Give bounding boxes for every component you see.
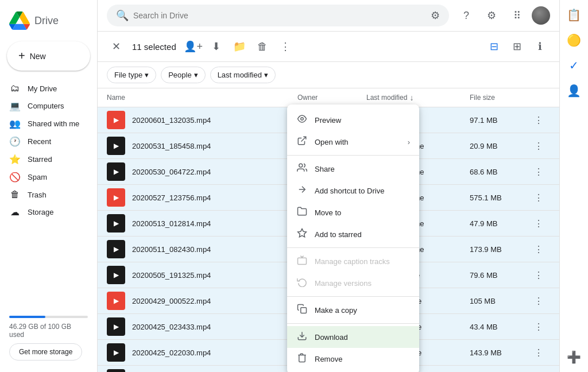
move-to-button[interactable]: 📁 [229,36,250,57]
file-more-button[interactable]: ⋮ [531,319,547,335]
menu-item-move_to[interactable]: Move to [287,202,419,223]
sidebar-item-computers[interactable]: 💻 Computers [0,97,90,115]
shared-icon: 👥 [9,118,21,129]
filter-view-button[interactable]: ⊟ [483,36,504,57]
file-more-button[interactable]: ⋮ [531,344,547,361]
menu-item-make_copy[interactable]: Make a copy [287,299,419,321]
column-modified[interactable]: Last modified ↓ [366,93,470,102]
download-button[interactable]: ⬇ [206,36,227,57]
add_shortcut-icon [296,184,308,197]
menu-item-remove[interactable]: Remove [287,348,419,370]
toolbar-right: ⊟ ⊞ ℹ [483,36,550,57]
file-thumbnail: ▶ [107,162,125,181]
logo-area[interactable]: Drive [0,5,97,37]
file-name: 20200527_123756.mp4 [132,193,297,202]
file-size: 575.1 MB [470,193,527,202]
file-name: 20200601_132035.mp4 [132,116,297,125]
column-name: Name [107,94,297,102]
column-size: File size [470,94,527,102]
sidebar-item-my-drive[interactable]: 🗂 My Drive [0,80,90,97]
file-size: 105 MB [470,297,527,305]
menu-item-label: Download [315,333,348,342]
file-size: 20.9 MB [470,142,527,150]
settings-button[interactable]: ⚙ [481,5,502,26]
svg-line-1 [301,137,306,141]
file-more-button[interactable]: ⋮ [531,112,547,128]
file-more-button[interactable]: ⋮ [531,293,547,309]
help-button[interactable]: ? [456,5,477,26]
menu-item-add_starred[interactable]: Add to starred [287,223,419,245]
right-panel-keep-button[interactable]: 🟡 [564,30,585,51]
file-actions: ⋮ [527,319,550,335]
user-avatar[interactable] [532,6,550,25]
trash-icon: 🗑 [9,189,21,200]
filter-options-icon[interactable]: ⚙ [431,9,440,22]
right-panel-tasks-button[interactable]: ✓ [564,55,585,76]
file-size: 47.9 MB [470,219,527,228]
file-name: 20200531_185458.mp4 [132,142,297,150]
file-thumbnail: ▶ [107,240,125,258]
file-more-button[interactable]: ⋮ [531,215,547,231]
menu-item-label: Remove [315,355,342,363]
menu-item-manage_captions: Manage caption tracks [287,250,419,272]
sidebar-item-starred[interactable]: ⭐ Starred [0,150,90,168]
file-more-button[interactable]: ⋮ [531,164,547,180]
svg-rect-4 [298,258,307,264]
menu-item-add_shortcut[interactable]: Add shortcut to Drive [287,180,419,202]
people-filter[interactable]: People ▾ [161,67,205,83]
right-panel-add-button[interactable]: ➕ [564,347,585,367]
file-more-button[interactable]: ⋮ [531,138,547,154]
starred-icon: ⭐ [9,154,21,165]
menu-item-manage_versions: Manage versions [287,272,419,294]
sidebar-item-shared-with-me[interactable]: 👥 Shared with me [0,115,90,133]
sidebar-item-spam[interactable]: 🚫 Spam [0,168,90,186]
file-actions: ⋮ [527,241,550,257]
search-bar[interactable]: 🔍 ⚙ [107,5,449,26]
selection-toolbar: ✕ 11 selected 👤+ ⬇ 📁 🗑 ⋮ ⊟ ⊞ ℹ [98,32,559,62]
grid-view-button[interactable]: ⊞ [506,36,527,57]
file-thumbnail: ▶ [107,111,125,129]
add-people-button[interactable]: 👤+ [183,36,204,57]
open_with-icon [296,135,308,148]
menu-item-open_with[interactable]: Open with › [287,131,419,153]
file-thumbnail: ▶ [107,137,125,155]
menu-item-label: Preview [315,116,341,125]
svg-point-0 [301,118,304,121]
sidebar-item-trash[interactable]: 🗑 Trash [0,186,90,203]
file-size: 143.9 MB [470,348,527,357]
storage-section: 46.29 GB of 100 GB used Get more storage [0,304,97,367]
deselect-button[interactable]: ✕ [107,37,125,56]
info-button[interactable]: ℹ [529,36,550,57]
get-more-storage-button[interactable]: Get more storage [9,343,82,361]
file-name: 20200511_082430.mp4 [132,245,297,254]
menu-item-label: Manage caption tracks [315,257,390,266]
sidebar-item-label: Shared with me [28,119,79,128]
svg-rect-5 [301,308,307,313]
menu-item-download[interactable]: Download [287,326,419,348]
menu-item-label: Open with [315,138,349,146]
menu-item-share[interactable]: Share [287,158,419,180]
sidebar-item-storage[interactable]: ☁ Storage [0,203,90,221]
file-size: 97.1 MB [470,116,527,125]
right-panel-contacts-button[interactable]: 👤 [564,80,585,101]
storage-used-text: 46.29 GB of 100 GB used [9,323,88,339]
computers-icon: 💻 [9,100,21,111]
file-thumbnail: ▶ [107,343,125,362]
file-type-label: File type [114,71,142,79]
file-type-filter[interactable]: File type ▾ [107,67,156,83]
menu-item-preview[interactable]: Preview [287,109,419,131]
sidebar-item-recent[interactable]: 🕐 Recent [0,133,90,150]
file-more-button[interactable]: ⋮ [531,241,547,257]
file-more-button[interactable]: ⋮ [531,189,547,206]
delete-button[interactable]: 🗑 [252,36,273,57]
sidebar-item-label: Trash [28,191,47,199]
more-options-button[interactable]: ⋮ [275,36,296,57]
file-size: 43.4 MB [470,323,527,331]
file-more-button[interactable]: ⋮ [531,267,547,283]
new-button[interactable]: + New [7,41,90,71]
apps-button[interactable]: ⠿ [506,5,527,26]
header: 🔍 ⚙ ? ⚙ ⠿ [98,0,559,32]
last-modified-filter[interactable]: Last modified ▾ [210,67,276,83]
search-input[interactable] [133,11,426,20]
right-panel-docs-button[interactable]: 📋 [564,5,585,25]
